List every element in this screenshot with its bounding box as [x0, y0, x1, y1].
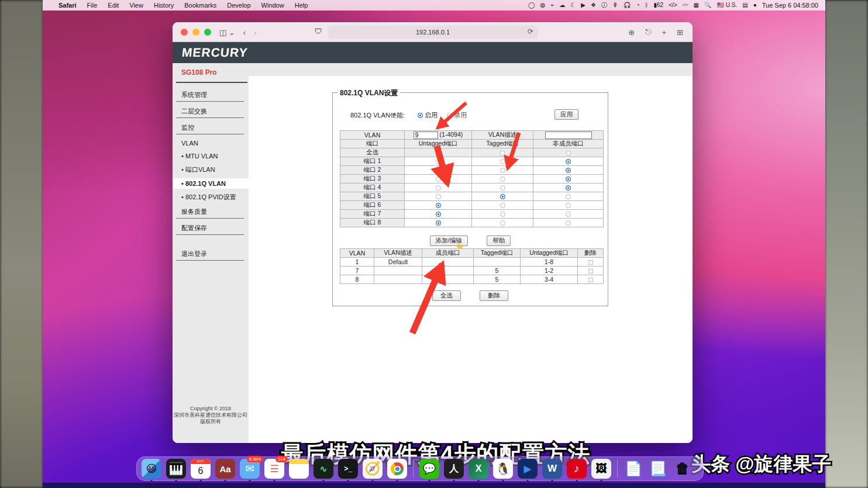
- vlan-desc-input[interactable]: [545, 131, 592, 139]
- battery-icon[interactable]: ▮62: [654, 0, 664, 11]
- untagged-radio[interactable]: [436, 159, 441, 164]
- untagged-radio[interactable]: [436, 168, 441, 173]
- nonmember-radio[interactable]: [566, 159, 571, 164]
- nonmember-radio[interactable]: [566, 168, 571, 173]
- do-not-disturb-icon[interactable]: ☾: [570, 0, 576, 11]
- reload-icon[interactable]: ⟳: [528, 27, 533, 36]
- address-bar[interactable]: 192.168.0.1 ⟳: [328, 26, 538, 39]
- menu-window[interactable]: Window: [256, 2, 290, 9]
- back-icon[interactable]: ‹: [243, 28, 246, 37]
- code-icon[interactable]: </>: [669, 0, 677, 11]
- dock-item-acrobat[interactable]: 人: [444, 459, 464, 479]
- untagged-radio[interactable]: [436, 176, 441, 182]
- close-window-button[interactable]: [181, 29, 188, 36]
- display-icon[interactable]: ▤: [742, 0, 748, 11]
- minimize-window-button[interactable]: [192, 29, 199, 36]
- sidebar-item-退出登录[interactable]: 退出登录: [176, 248, 244, 261]
- forward-icon[interactable]: ›: [254, 28, 256, 37]
- stats-icon[interactable]: ❖: [591, 0, 596, 11]
- dock-item-mail[interactable]: ✉6,664: [240, 459, 260, 479]
- input-source-icon[interactable]: 🇺🇸 U.S.: [717, 0, 738, 11]
- nonmember-radio[interactable]: [566, 220, 571, 226]
- dock-item-reminders[interactable]: ☰114: [264, 459, 284, 479]
- mic-icon[interactable]: 🎙: [612, 0, 618, 11]
- dock-item-word[interactable]: W: [542, 459, 562, 479]
- sidebar-toggle-icon[interactable]: ◫ ⌄: [219, 28, 235, 37]
- tagged-radio[interactable]: [500, 168, 505, 173]
- dock-item-chrome[interactable]: [387, 459, 407, 479]
- sidebar-item-配置保存[interactable]: 配置保存: [176, 222, 244, 235]
- menu-help[interactable]: Help: [290, 2, 314, 9]
- siri-icon[interactable]: ●: [753, 0, 757, 11]
- menu-file[interactable]: File: [82, 2, 103, 9]
- menu-edit[interactable]: Edit: [102, 2, 124, 9]
- headphones-icon[interactable]: 🎧: [624, 0, 631, 11]
- menu-bar-clock[interactable]: Tue Sep 6 04:58:00: [762, 2, 818, 9]
- tagged-radio[interactable]: [500, 220, 505, 226]
- support-icon[interactable]: ◍: [540, 0, 546, 11]
- select-all-checkbox[interactable]: [566, 151, 571, 155]
- dock-item-netease-music[interactable]: ♪: [567, 459, 587, 479]
- select-all-checkbox[interactable]: [500, 151, 505, 155]
- untagged-radio[interactable]: [436, 203, 441, 208]
- wifi-icon[interactable]: 〰: [683, 0, 688, 11]
- cloud-icon[interactable]: ☁: [559, 0, 565, 11]
- enable-radio[interactable]: 启用: [418, 111, 438, 120]
- tagged-radio[interactable]: [500, 194, 505, 199]
- tagged-radio[interactable]: [500, 159, 505, 164]
- share-icon[interactable]: ⎋: [645, 27, 651, 37]
- apply-button[interactable]: 应用: [554, 109, 578, 120]
- nonmember-radio[interactable]: [566, 176, 571, 182]
- keyboard-icon[interactable]: ▦: [694, 0, 699, 11]
- sidebar-item-系统管理[interactable]: 系统管理: [176, 89, 244, 102]
- dock-item-notes[interactable]: [289, 459, 309, 479]
- dock-item-calendar[interactable]: SEP6: [191, 459, 211, 479]
- menu-history[interactable]: History: [149, 2, 179, 9]
- vlan-id-input[interactable]: [414, 131, 438, 139]
- dock-item-qq[interactable]: 🐧: [493, 459, 513, 479]
- sidebar-item-端口vlan[interactable]: • 端口VLAN: [173, 164, 249, 176]
- select-all-button[interactable]: 全选: [432, 290, 461, 301]
- nonmember-radio[interactable]: [566, 185, 571, 191]
- untagged-radio[interactable]: [436, 185, 441, 191]
- dock-item-dictionary[interactable]: Aa: [215, 459, 235, 479]
- tagged-radio[interactable]: [500, 203, 505, 208]
- menu-view[interactable]: View: [124, 2, 149, 9]
- tagged-radio[interactable]: [500, 185, 505, 191]
- new-tab-icon[interactable]: +: [662, 28, 667, 37]
- nonmember-radio[interactable]: [566, 203, 571, 208]
- privacy-shield-icon[interactable]: 🛡: [315, 27, 322, 36]
- zoom-window-button[interactable]: [204, 29, 211, 36]
- downloads-icon[interactable]: ⊕: [628, 28, 635, 37]
- menu-develop[interactable]: Develop: [222, 2, 256, 9]
- tagged-radio[interactable]: [500, 176, 505, 182]
- sidebar-item-vlan[interactable]: VLAN: [173, 138, 249, 148]
- record-circle-icon[interactable]: ◯: [528, 0, 535, 11]
- dock-item-activity-monitor[interactable]: ∿: [314, 459, 333, 479]
- spotlight-icon[interactable]: 🔍: [704, 0, 711, 11]
- dock-item-midi-keyboard[interactable]: 🎹: [166, 459, 186, 479]
- delete-checkbox[interactable]: [588, 269, 593, 274]
- dock-item-wechat[interactable]: 💬: [419, 459, 439, 479]
- dock-item-safari[interactable]: 🧭: [363, 459, 383, 479]
- nonmember-radio[interactable]: [566, 194, 571, 199]
- disable-radio[interactable]: 禁用: [447, 111, 467, 120]
- info-circle-icon[interactable]: ⓘ: [601, 0, 607, 11]
- dock-item-video-player[interactable]: ▶: [518, 459, 538, 479]
- tagged-radio[interactable]: [500, 212, 505, 217]
- delete-checkbox[interactable]: [588, 278, 593, 282]
- dock-item-photos-preview[interactable]: 🖼: [591, 459, 611, 479]
- menu-safari[interactable]: Safari: [53, 2, 82, 9]
- dock-item-finder[interactable]: 😃: [142, 459, 161, 479]
- select-all-checkbox[interactable]: [436, 151, 440, 155]
- time-machine-icon[interactable]: ◔: [636, 0, 639, 11]
- bluetooth-icon[interactable]: ᛒ: [645, 0, 649, 11]
- play-circle-icon[interactable]: ▶: [581, 0, 585, 11]
- dock-item-documents-stack[interactable]: 📄: [624, 459, 643, 479]
- dock-item-trash[interactable]: 🗑: [673, 459, 693, 479]
- dock-item-downloads-file[interactable]: 📃: [648, 459, 668, 479]
- sidebar-item-二层交换[interactable]: 二层交换: [176, 105, 244, 118]
- keychain-icon[interactable]: ⌁: [550, 0, 554, 11]
- sidebar-item-服务质量[interactable]: 服务质量: [176, 206, 244, 219]
- dock-item-terminal[interactable]: >_: [338, 459, 358, 479]
